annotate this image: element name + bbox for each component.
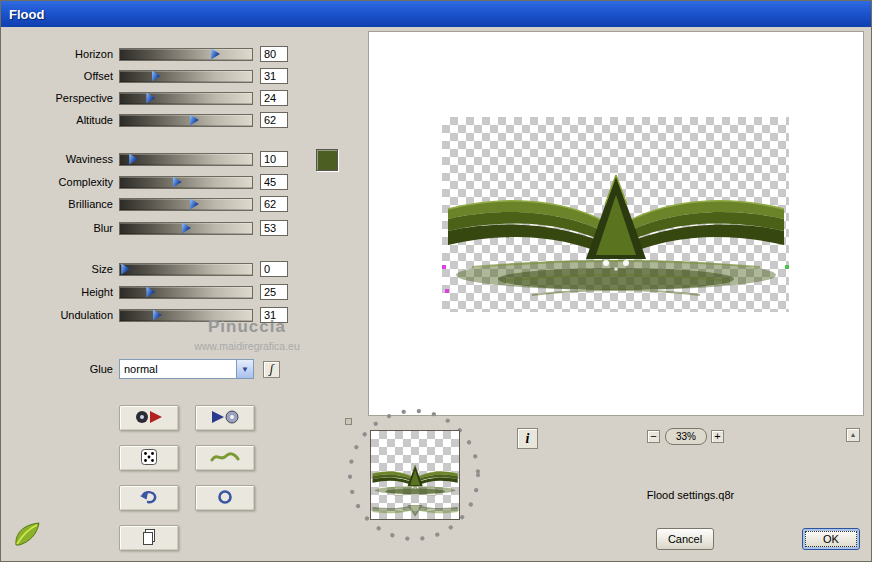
- watermark-url: www.maidiregrafica.eu: [147, 340, 347, 352]
- window-title-bar[interactable]: Flood: [1, 1, 871, 27]
- slider-thumb[interactable]: [211, 49, 220, 60]
- copy-page-button[interactable]: [119, 525, 179, 551]
- slider-row-blur: Blur: [21, 220, 301, 236]
- waviness-value-input[interactable]: [260, 151, 288, 167]
- slider-label: Waviness: [21, 153, 113, 165]
- complexity-value-input[interactable]: [260, 174, 288, 190]
- horizon-slider[interactable]: [119, 48, 253, 61]
- slider-row-height: Height: [21, 284, 301, 300]
- slider-label: Complexity: [21, 176, 113, 188]
- save-settings-button[interactable]: [195, 405, 255, 431]
- wave-icon: [210, 450, 240, 467]
- undo-arrow-icon: [139, 489, 159, 508]
- slider-row-offset: Offset: [21, 68, 301, 84]
- chevron-down-icon[interactable]: ▼: [236, 360, 253, 378]
- blur-value-input[interactable]: [260, 220, 288, 236]
- size-value-input[interactable]: [260, 261, 288, 277]
- flood-dialog: Flood Horizon Offset Perspective Altitud…: [0, 0, 872, 562]
- blur-slider[interactable]: [119, 222, 253, 235]
- registration-mark: [445, 289, 449, 293]
- offset-value-input[interactable]: [260, 68, 288, 84]
- glue-row: Glue normal ▼ ʃ: [21, 359, 321, 379]
- slider-thumb[interactable]: [190, 199, 199, 210]
- slider-row-complexity: Complexity: [21, 174, 301, 190]
- window-title: Flood: [9, 7, 44, 22]
- slider-thumb[interactable]: [182, 223, 191, 234]
- altitude-slider[interactable]: [119, 114, 253, 127]
- slider-row-horizon: Horizon: [21, 46, 301, 62]
- watermark: Pinuccia www.maidiregrafica.eu: [147, 317, 347, 352]
- zoom-out-button[interactable]: −: [647, 430, 660, 443]
- slider-label: Size: [21, 263, 113, 275]
- settings-filename: Flood settings.q8r: [618, 489, 763, 501]
- slider-thumb[interactable]: [152, 71, 161, 82]
- preview-panel[interactable]: [368, 31, 864, 416]
- slider-row-size: Size: [21, 261, 301, 277]
- load-settings-button[interactable]: [119, 405, 179, 431]
- preview-thumbnail[interactable]: [370, 430, 460, 520]
- blue-arrow-cd-icon: [210, 409, 240, 428]
- altitude-value-input[interactable]: [260, 112, 288, 128]
- slider-thumb[interactable]: [146, 287, 155, 298]
- cancel-button[interactable]: Cancel: [656, 528, 714, 550]
- ring-icon: [217, 489, 233, 508]
- glue-memory-button[interactable]: ʃ: [263, 361, 280, 378]
- glue-dropdown[interactable]: normal ▼: [119, 359, 254, 379]
- registration-mark: [785, 265, 789, 269]
- slider-label: Horizon: [21, 48, 113, 60]
- slider-row-perspective: Perspective: [21, 90, 301, 106]
- slider-thumb[interactable]: [190, 115, 199, 126]
- slider-thumb[interactable]: [129, 154, 138, 165]
- registration-mark: [442, 265, 446, 269]
- height-slider[interactable]: [119, 286, 253, 299]
- watermark-name: Pinuccia: [147, 317, 347, 337]
- slider-label: Perspective: [21, 92, 113, 104]
- dice-icon: [140, 448, 158, 469]
- copy-page-icon: [140, 528, 158, 549]
- corner-handle[interactable]: [345, 418, 352, 425]
- undo-button[interactable]: [119, 485, 179, 511]
- offset-slider[interactable]: [119, 70, 253, 83]
- glue-selected-value: normal: [120, 363, 158, 375]
- brilliance-slider[interactable]: [119, 198, 253, 211]
- reset-button[interactable]: [195, 485, 255, 511]
- color-swatch[interactable]: [316, 149, 338, 171]
- randomize-button[interactable]: [119, 445, 179, 471]
- perspective-value-input[interactable]: [260, 90, 288, 106]
- cd-red-arrow-icon: [134, 409, 164, 428]
- slider-thumb[interactable]: [173, 177, 182, 188]
- complexity-slider[interactable]: [119, 176, 253, 189]
- slider-row-waviness: Waviness: [21, 151, 301, 167]
- zoom-level[interactable]: 33%: [665, 428, 707, 445]
- ripple-preset-button[interactable]: [195, 445, 255, 471]
- horizon-value-input[interactable]: [260, 46, 288, 62]
- slider-label: Undulation: [21, 309, 113, 321]
- slider-label: Height: [21, 286, 113, 298]
- height-value-input[interactable]: [260, 284, 288, 300]
- info-button[interactable]: i: [517, 428, 538, 449]
- perspective-slider[interactable]: [119, 92, 253, 105]
- slider-label: Offset: [21, 70, 113, 82]
- size-slider[interactable]: [119, 263, 253, 276]
- preview-image[interactable]: [442, 117, 789, 312]
- slider-label: Altitude: [21, 114, 113, 126]
- flaming-pear-leaf-icon: [13, 521, 41, 547]
- scroll-up-button[interactable]: ▴: [846, 428, 860, 442]
- brilliance-value-input[interactable]: [260, 196, 288, 212]
- zoom-in-button[interactable]: +: [711, 430, 724, 443]
- slider-label: Brilliance: [21, 198, 113, 210]
- slider-row-brilliance: Brilliance: [21, 196, 301, 212]
- ok-button[interactable]: OK: [802, 528, 860, 550]
- slider-thumb[interactable]: [146, 93, 155, 104]
- slider-label: Blur: [21, 222, 113, 234]
- slider-thumb[interactable]: [121, 264, 130, 275]
- slider-row-altitude: Altitude: [21, 112, 301, 128]
- waviness-slider[interactable]: [119, 153, 253, 166]
- glue-label: Glue: [21, 363, 113, 375]
